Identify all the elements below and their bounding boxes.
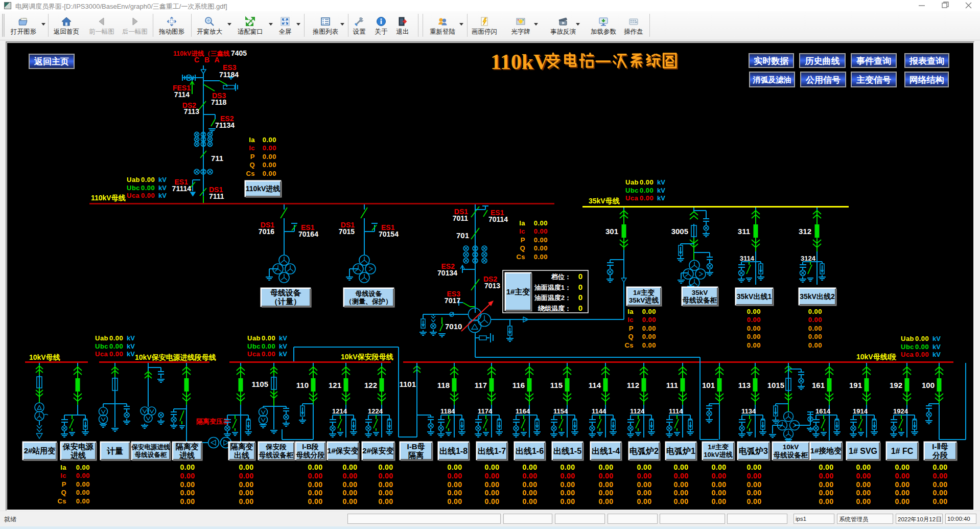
svg-text:0.00: 0.00 (598, 472, 613, 480)
svg-text:Uab: Uab (901, 335, 914, 342)
svg-text:35kV出线2: 35kV出线2 (800, 292, 835, 301)
svg-text:71184: 71184 (219, 71, 239, 79)
svg-text:0.00: 0.00 (447, 472, 462, 480)
svg-text:适配窗口: 适配窗口 (238, 28, 263, 35)
svg-text:1#接地变: 1#接地变 (810, 446, 842, 455)
svg-text:0.00: 0.00 (522, 480, 537, 489)
svg-text:1174: 1174 (478, 407, 493, 415)
svg-text:隔离变压器: 隔离变压器 (196, 418, 230, 425)
svg-text:0.00: 0.00 (76, 497, 90, 505)
svg-text:0.00: 0.00 (642, 316, 656, 324)
svg-text:0.00: 0.00 (342, 497, 357, 505)
svg-text:0.00: 0.00 (378, 489, 393, 497)
svg-text:0: 0 (578, 293, 582, 302)
svg-text:0.00: 0.00 (263, 170, 276, 177)
svg-text:Ia: Ia (519, 219, 525, 227)
svg-text:分段: 分段 (932, 451, 948, 459)
svg-text:事故反演: 事故反演 (550, 28, 576, 35)
svg-text:报表查询: 报表查询 (909, 56, 944, 66)
svg-text:0: 0 (578, 304, 582, 312)
svg-text:Ia: Ia (627, 308, 634, 315)
svg-text:7114: 7114 (174, 90, 190, 99)
svg-text:进线: 进线 (70, 451, 86, 459)
svg-text:0.00: 0.00 (856, 497, 871, 505)
svg-text:110kV母线: 110kV母线 (91, 194, 126, 202)
svg-text:Uca: Uca (247, 350, 261, 358)
svg-text:0.00: 0.00 (308, 497, 322, 505)
svg-text:设置: 设置 (353, 28, 366, 35)
svg-text:kV: kV (932, 335, 941, 342)
svg-text:关于: 关于 (375, 28, 388, 35)
svg-text:0.00: 0.00 (109, 350, 123, 358)
svg-text:1924: 1924 (893, 407, 908, 415)
svg-text:kV: kV (657, 178, 665, 186)
svg-text:0.00: 0.00 (932, 480, 947, 489)
svg-text:Q: Q (520, 244, 525, 252)
svg-text:0.00: 0.00 (673, 489, 688, 497)
svg-text:重新登陆: 重新登陆 (430, 28, 456, 35)
svg-text:P: P (62, 480, 66, 488)
svg-text:0.00: 0.00 (560, 497, 575, 505)
svg-text:7016: 7016 (259, 227, 274, 236)
svg-text:71134: 71134 (215, 121, 235, 129)
svg-text:（测量、保护）: （测量、保护） (345, 297, 392, 305)
svg-text:0.00: 0.00 (637, 497, 651, 505)
svg-text:kV: kV (158, 184, 167, 192)
svg-text:711: 711 (211, 154, 223, 163)
svg-text:0.00: 0.00 (534, 236, 548, 244)
svg-text:0.00: 0.00 (915, 343, 929, 351)
svg-text:0.00: 0.00 (239, 463, 253, 471)
svg-text:0.00: 0.00 (915, 335, 929, 342)
svg-text:3114: 3114 (740, 255, 755, 262)
svg-text:1224: 1224 (368, 407, 383, 415)
svg-text:0.00: 0.00 (560, 472, 575, 480)
svg-text:1134: 1134 (741, 407, 756, 415)
svg-text:10kV母线I段: 10kV母线I段 (856, 353, 897, 361)
svg-text:0.00: 0.00 (598, 497, 613, 505)
svg-text:P: P (521, 236, 525, 244)
svg-text:0.00: 0.00 (560, 480, 575, 489)
svg-text:7010: 7010 (445, 322, 462, 331)
svg-text:保安段: 保安段 (265, 443, 287, 451)
svg-text:0.00: 0.00 (746, 497, 761, 505)
svg-text:I-Ⅱ母: I-Ⅱ母 (932, 442, 948, 451)
svg-text:0.00: 0.00 (808, 316, 822, 324)
svg-text:701: 701 (456, 231, 469, 240)
svg-text:打开图形: 打开图形 (10, 28, 37, 35)
svg-text:绕组温度：: 绕组温度： (538, 305, 571, 312)
svg-text:1#主变: 1#主变 (506, 287, 530, 296)
svg-text:0.00: 0.00 (673, 480, 688, 489)
svg-text:312: 312 (799, 227, 811, 236)
svg-text:10kV母线: 10kV母线 (29, 353, 60, 361)
svg-text:0.00: 0.00 (447, 480, 462, 489)
svg-text:Cs: Cs (57, 497, 66, 505)
svg-text:母线分段: 母线分段 (296, 451, 325, 459)
svg-text:进线: 进线 (179, 451, 195, 459)
svg-text:0.00: 0.00 (932, 463, 947, 471)
svg-text:3005: 3005 (671, 227, 688, 236)
svg-text:0.00: 0.00 (484, 489, 499, 497)
svg-text:0.00: 0.00 (76, 472, 90, 479)
svg-text:0.00: 0.00 (447, 463, 462, 471)
svg-text:kV: kV (158, 192, 167, 199)
svg-text:0.00: 0.00 (747, 325, 761, 332)
svg-text:0.00: 0.00 (747, 308, 761, 315)
svg-text:实时数据: 实时数据 (754, 56, 789, 66)
svg-text:70134: 70134 (437, 269, 457, 277)
svg-text:Ia: Ia (249, 136, 255, 144)
svg-text:0.00: 0.00 (747, 341, 761, 349)
svg-text:10kV进线: 10kV进线 (704, 451, 732, 458)
svg-text:0.00: 0.00 (819, 497, 833, 505)
svg-text:Ic: Ic (249, 144, 255, 152)
svg-text:0.00: 0.00 (534, 227, 548, 235)
svg-text:档位：: 档位： (551, 273, 571, 281)
svg-text:0.00: 0.00 (932, 497, 947, 505)
svg-text:保安电源进线: 保安电源进线 (131, 444, 171, 451)
svg-text:母线设备柜: 母线设备柜 (773, 451, 808, 459)
svg-text:0.00: 0.00 (522, 463, 537, 471)
svg-text:0.00: 0.00 (76, 464, 90, 471)
svg-text:113: 113 (738, 381, 751, 389)
svg-text:0.00: 0.00 (484, 497, 499, 505)
svg-text:0.00: 0.00 (673, 497, 688, 505)
svg-text:0.00: 0.00 (180, 463, 195, 471)
